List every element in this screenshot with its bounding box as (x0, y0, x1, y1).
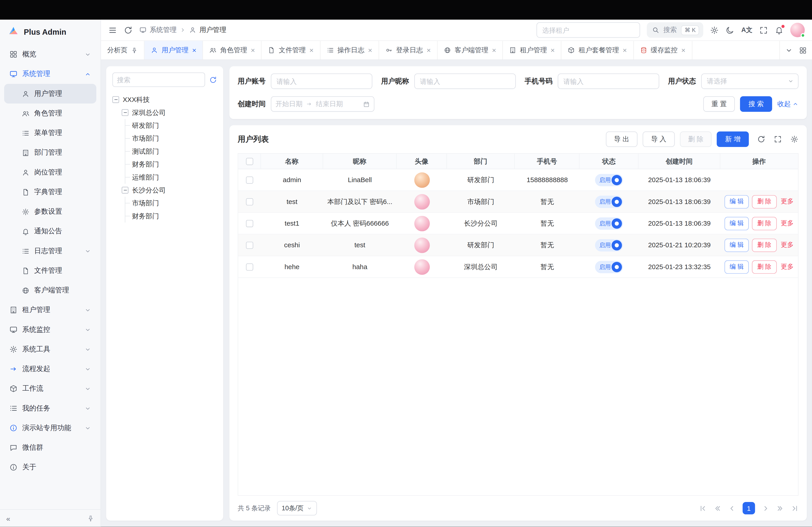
sidebar-item-client-mgmt[interactable]: 客户端管理 (4, 281, 96, 300)
import-button[interactable]: 导 入 (643, 132, 675, 147)
jump-back-icon[interactable] (714, 504, 721, 512)
expand-table-icon[interactable] (774, 135, 782, 144)
tab-login-log[interactable]: 登录日志 (379, 41, 438, 60)
close-icon[interactable] (426, 46, 431, 54)
row-checkbox[interactable] (246, 198, 253, 205)
menu-toggle-icon[interactable] (108, 26, 117, 34)
refresh-list-icon[interactable] (757, 135, 766, 144)
row-checkbox[interactable] (246, 176, 253, 183)
edit-button[interactable]: 编 辑 (724, 195, 749, 208)
fullscreen-icon[interactable] (759, 26, 768, 34)
tree-node-company[interactable]: XXX科技 (112, 93, 217, 106)
edit-button[interactable]: 编 辑 (724, 260, 749, 274)
sidebar-item-user-mgmt[interactable]: 用户管理 (4, 84, 96, 104)
reset-button[interactable]: 重 置 (703, 96, 735, 112)
sidebar-item-wechat-group[interactable]: 微信群 (4, 438, 96, 457)
edit-button[interactable]: 编 辑 (724, 216, 749, 230)
page-size-select[interactable]: 10条/页 (277, 501, 317, 515)
more-button[interactable]: 更多 (781, 197, 794, 206)
brand[interactable]: Plus Admin (0, 20, 100, 44)
settings-gear-icon[interactable] (710, 26, 719, 34)
sidebar-item-system-mgmt[interactable]: 系统管理 (4, 64, 96, 84)
tab-client-mgmt[interactable]: 客户端管理 (438, 41, 503, 60)
tree-search-input[interactable] (112, 72, 205, 87)
tree-collapse-box[interactable] (122, 109, 129, 116)
jump-forward-icon[interactable] (777, 504, 784, 512)
collapse-filter-button[interactable]: 收起 (777, 100, 798, 109)
row-checkbox[interactable] (246, 241, 253, 249)
refresh-icon[interactable] (124, 26, 133, 34)
tree-leaf-dept[interactable]: 财务部门 (126, 158, 217, 171)
tab-cache-monitor[interactable]: 缓存监控 (634, 41, 692, 60)
status-toggle[interactable]: 启用 (595, 217, 623, 229)
dark-mode-moon-icon[interactable] (726, 26, 735, 34)
tree-leaf-dept[interactable]: 市场部门 (126, 197, 217, 209)
more-button[interactable]: 更多 (781, 241, 794, 250)
next-page-icon[interactable] (762, 504, 769, 512)
prev-page-icon[interactable] (728, 504, 736, 512)
tree-collapse-box[interactable] (122, 187, 129, 194)
tab-user-mgmt[interactable]: 用户管理 (145, 41, 203, 60)
close-icon[interactable] (368, 46, 372, 54)
row-checkbox[interactable] (246, 220, 253, 227)
tree-leaf-dept[interactable]: 运维部门 (126, 171, 217, 184)
notifications-bell-icon[interactable] (775, 26, 784, 34)
sidebar-item-about[interactable]: 关于 (4, 457, 96, 477)
sidebar-item-my-tasks[interactable]: 我的任务 (4, 398, 96, 418)
tab-analysis[interactable]: 分析页 (101, 41, 145, 60)
edit-button[interactable]: 编 辑 (724, 238, 749, 252)
delete-row-button[interactable]: 删 除 (752, 195, 777, 208)
tree-node-branch[interactable]: 长沙分公司 (122, 184, 217, 197)
tab-file-mgmt[interactable]: 文件管理 (262, 41, 320, 60)
tabs-layout-icon[interactable] (799, 46, 807, 54)
sidebar-item-notice[interactable]: 通知公告 (4, 222, 96, 241)
select-all-checkbox[interactable] (246, 157, 253, 165)
status-toggle[interactable]: 启用 (595, 174, 623, 186)
pin-icon[interactable] (131, 47, 138, 54)
language-icon[interactable]: A文 (741, 26, 752, 34)
phone-input[interactable] (558, 74, 659, 89)
add-button[interactable]: 新 增 (717, 132, 749, 147)
sidebar-item-file-mgmt[interactable]: 文件管理 (4, 261, 96, 281)
status-toggle[interactable]: 启用 (595, 260, 623, 273)
more-button[interactable]: 更多 (781, 262, 794, 271)
sidebar-item-post-mgmt[interactable]: 岗位管理 (4, 163, 96, 182)
row-checkbox[interactable] (246, 263, 253, 270)
date-range-picker[interactable]: 开始日期 结束日期 (271, 96, 374, 112)
last-page-icon[interactable] (791, 504, 798, 512)
delete-row-button[interactable]: 删 除 (752, 260, 777, 274)
table-settings-icon[interactable] (791, 135, 799, 144)
status-select[interactable]: 请选择 (701, 74, 799, 89)
delete-row-button[interactable]: 删 除 (752, 216, 777, 230)
close-icon[interactable] (681, 46, 685, 54)
sidebar-item-log-mgmt[interactable]: 日志管理 (4, 241, 96, 261)
sidebar-item-tenant-mgmt[interactable]: 租户管理 (4, 300, 96, 320)
more-button[interactable]: 更多 (781, 219, 794, 228)
sidebar-item-dept-mgmt[interactable]: 部门管理 (4, 143, 96, 163)
tree-leaf-dept[interactable]: 研发部门 (126, 119, 217, 132)
sidebar-item-dict-mgmt[interactable]: 字典管理 (4, 182, 96, 202)
sidebar-item-role-mgmt[interactable]: 角色管理 (4, 104, 96, 123)
tab-tenant-mgmt[interactable]: 租户管理 (503, 41, 562, 60)
user-avatar[interactable] (791, 23, 805, 37)
sidebar-item-system-tools[interactable]: 系统工具 (4, 340, 96, 359)
close-icon[interactable] (192, 46, 197, 54)
sidebar-pin-icon[interactable] (87, 515, 94, 522)
page-1-button[interactable]: 1 (742, 502, 755, 514)
status-toggle[interactable]: 启用 (595, 195, 623, 208)
tree-leaf-dept[interactable]: 测试部门 (126, 145, 217, 158)
tab-tenant-package-mgmt[interactable]: 租户套餐管理 (562, 41, 634, 60)
sidebar-item-workflow[interactable]: 工作流 (4, 379, 96, 398)
tree-node-branch[interactable]: 深圳总公司 (122, 106, 217, 119)
global-search[interactable]: 搜索 ⌘ K (647, 22, 704, 38)
sidebar-item-demo-features[interactable]: 演示站专用功能 (4, 418, 96, 438)
close-icon[interactable] (623, 46, 627, 54)
tree-leaf-dept[interactable]: 财务部门 (126, 210, 217, 223)
sidebar-item-process-start[interactable]: 流程发起 (4, 359, 96, 379)
close-icon[interactable] (492, 46, 496, 54)
sidebar-collapse-button[interactable] (6, 514, 10, 523)
export-button[interactable]: 导 出 (606, 132, 637, 147)
close-icon[interactable] (551, 46, 555, 54)
tree-leaf-dept[interactable]: 市场部门 (126, 132, 217, 145)
tab-op-log[interactable]: 操作日志 (320, 41, 379, 60)
